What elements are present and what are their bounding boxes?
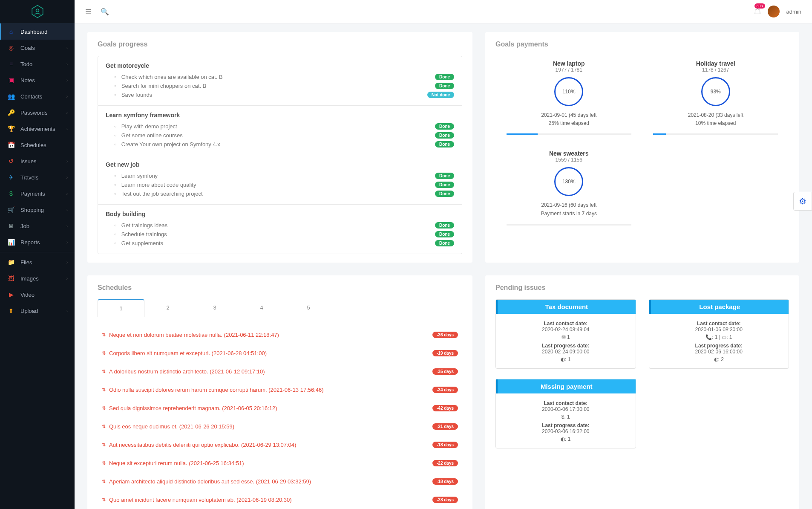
username[interactable]: admin bbox=[786, 9, 801, 15]
travels-icon: ✈ bbox=[8, 174, 14, 181]
tab-3[interactable]: 3 bbox=[191, 299, 238, 317]
sort-icon: ⇅ bbox=[102, 497, 106, 503]
payments-icon: $ bbox=[8, 190, 14, 197]
schedule-item[interactable]: ⇅Neque et non dolorum beatae molestiae n… bbox=[98, 326, 462, 344]
sidebar-item-payments[interactable]: $Payments› bbox=[0, 185, 75, 202]
svg-point-1 bbox=[36, 9, 39, 12]
sort-icon: ⇅ bbox=[102, 442, 106, 448]
days-badge: -22 days bbox=[432, 460, 458, 466]
schedule-item[interactable]: ⇅Aut necessitatibus debitis deleniti qui… bbox=[98, 436, 462, 454]
schedule-item[interactable]: ⇅Neque sit excepturi rerum nulla. (2021-… bbox=[98, 454, 462, 472]
sidebar-item-todo[interactable]: ≡Todo› bbox=[0, 56, 75, 72]
chevron-right-icon: › bbox=[66, 208, 68, 212]
issue-card[interactable]: Missing payment Last contact date: 2020-… bbox=[495, 379, 636, 448]
sidebar-item-issues[interactable]: ↺Issues› bbox=[0, 153, 75, 169]
search-icon[interactable]: 🔍 bbox=[101, 8, 109, 16]
issue-card[interactable]: Tax document Last contact date: 2020-02-… bbox=[495, 299, 636, 369]
status-badge: Done bbox=[435, 141, 454, 147]
sidebar-item-notes[interactable]: ▣Notes› bbox=[0, 72, 75, 88]
tab-4[interactable]: 4 bbox=[238, 299, 285, 317]
tab-1[interactable]: 1 bbox=[98, 299, 144, 317]
upload-icon: ⬆ bbox=[8, 307, 14, 314]
days-badge: -21 days bbox=[432, 423, 458, 430]
menu-toggle-icon[interactable]: ☰ bbox=[85, 8, 91, 16]
payment-info: 2021-08-20 (33 days left10% time elapsed bbox=[642, 111, 789, 127]
schedule-text: Quis eos neque ducimus et. (2021-06-26 2… bbox=[109, 423, 234, 430]
sidebar-item-upload[interactable]: ⬆Upload› bbox=[0, 303, 75, 319]
card-title: Goals progress bbox=[98, 40, 462, 48]
images-icon: 🖼 bbox=[8, 275, 14, 282]
schedule-item[interactable]: ⇅Sed quia dignissimos reprehenderit magn… bbox=[98, 399, 462, 417]
schedule-text: Sed quia dignissimos reprehenderit magna… bbox=[109, 405, 277, 411]
goal-item-text: Learn symfony bbox=[121, 173, 158, 179]
sidebar-item-label: Upload bbox=[20, 308, 38, 314]
chevron-right-icon: › bbox=[66, 224, 68, 228]
schedule-item[interactable]: ⇅Corporis libero sit numquam et exceptur… bbox=[98, 344, 462, 362]
sidebar-item-reports[interactable]: 📊Reports› bbox=[0, 234, 75, 250]
sort-icon: ⇅ bbox=[102, 405, 106, 411]
shopping-icon: 🛒 bbox=[8, 206, 14, 213]
tab-5[interactable]: 5 bbox=[285, 299, 332, 317]
goal-item: Search for mini choppers on cat. BDone bbox=[106, 81, 454, 90]
goal-item: Get some online coursesDone bbox=[106, 131, 454, 140]
issue-card[interactable]: Lost package Last contact date: 2020-01-… bbox=[649, 299, 789, 369]
schedule-text: Aut necessitatibus debitis deleniti qui … bbox=[109, 442, 296, 448]
settings-gear-icon[interactable]: ⚙ bbox=[793, 192, 812, 211]
sidebar-item-shopping[interactable]: 🛒Shopping› bbox=[0, 202, 75, 218]
sidebar-item-files[interactable]: 📁Files› bbox=[0, 254, 75, 270]
schedules-icon: 📅 bbox=[8, 142, 14, 148]
sidebar-item-label: Travels bbox=[20, 174, 38, 181]
chevron-right-icon: › bbox=[66, 309, 68, 313]
schedule-item[interactable]: ⇅Aperiam architecto aliquid distinctio d… bbox=[98, 472, 462, 491]
sidebar-item-video[interactable]: ▶Video bbox=[0, 286, 75, 303]
status-badge: Not done bbox=[427, 92, 454, 98]
sidebar-item-label: Reports bbox=[20, 239, 40, 246]
status-badge: Done bbox=[435, 123, 454, 130]
sidebar-item-contacts[interactable]: 👥Contacts› bbox=[0, 88, 75, 104]
sidebar-item-label: Contacts bbox=[20, 93, 42, 100]
sidebar-item-label: Achievements bbox=[20, 126, 55, 132]
sort-icon: ⇅ bbox=[102, 369, 106, 374]
tab-2[interactable]: 2 bbox=[144, 299, 191, 317]
goal-item-text: Create Your own project on Symfony 4.x bbox=[121, 141, 220, 147]
topbar: ☰ 🔍 ☖303 admin bbox=[75, 0, 812, 23]
goal-item-text: Get supplements bbox=[121, 240, 163, 246]
sidebar-item-label: Job bbox=[20, 223, 29, 229]
chevron-right-icon: › bbox=[66, 62, 68, 67]
goals-payments-card: Goals payments New laptop 1977 / 1781 11… bbox=[485, 32, 799, 263]
goal-item-text: Schedule trainings bbox=[121, 231, 167, 237]
sidebar-item-achievements[interactable]: 🏆Achievements› bbox=[0, 121, 75, 137]
schedule-item[interactable]: ⇅Quis eos neque ducimus et. (2021-06-26 … bbox=[98, 417, 462, 436]
notifications-icon[interactable]: ☖303 bbox=[754, 7, 761, 16]
sidebar-item-images[interactable]: 🖼Images› bbox=[0, 270, 75, 286]
sidebar-item-label: Schedules bbox=[20, 142, 46, 148]
sidebar-item-schedules[interactable]: 📅Schedules bbox=[0, 137, 75, 153]
schedule-item[interactable]: ⇅Odio nulla suscipit dolores rerum harum… bbox=[98, 381, 462, 399]
days-badge: -36 days bbox=[432, 332, 458, 338]
sidebar-item-travels[interactable]: ✈Travels› bbox=[0, 169, 75, 185]
schedule-text: Quo amet incidunt facere numquam volupta… bbox=[109, 497, 292, 503]
goal-item: Check which ones are available on cat. B… bbox=[106, 72, 454, 81]
sidebar-item-job[interactable]: 🖥Job› bbox=[0, 218, 75, 234]
schedule-item[interactable]: ⇅A doloribus nostrum distinctio architec… bbox=[98, 362, 462, 381]
progress-bar bbox=[653, 133, 778, 135]
sidebar-item-dashboard[interactable]: ⌂Dashboard bbox=[0, 23, 75, 40]
sidebar-item-label: Passwords bbox=[20, 110, 48, 116]
sort-icon: ⇅ bbox=[102, 332, 106, 338]
goal-item: Learn more about code qualityDone bbox=[106, 180, 454, 189]
sidebar-item-passwords[interactable]: 🔑Passwords› bbox=[0, 104, 75, 121]
issue-title: Tax document bbox=[496, 300, 635, 314]
payment-info: 2021-09-01 (45 days left25% time elapsed bbox=[495, 111, 642, 127]
goal-item-text: Get trainings ideas bbox=[121, 222, 167, 228]
sidebar: ⌂Dashboard◎Goals›≡Todo›▣Notes›👥Contacts›… bbox=[0, 0, 75, 509]
sidebar-item-goals[interactable]: ◎Goals› bbox=[0, 40, 75, 56]
todo-icon: ≡ bbox=[8, 61, 14, 67]
avatar[interactable] bbox=[768, 6, 780, 17]
issue-meta2: ◐: 1 bbox=[502, 356, 629, 362]
goal-item: Learn symfonyDone bbox=[106, 171, 454, 180]
schedule-item[interactable]: ⇅Quo amet incidunt facere numquam volupt… bbox=[98, 491, 462, 509]
payment-title: Holiday travel bbox=[642, 60, 789, 67]
logo[interactable] bbox=[0, 0, 75, 23]
payment-amount: 1178 / 1267 bbox=[642, 67, 789, 73]
chevron-right-icon: › bbox=[66, 276, 68, 281]
